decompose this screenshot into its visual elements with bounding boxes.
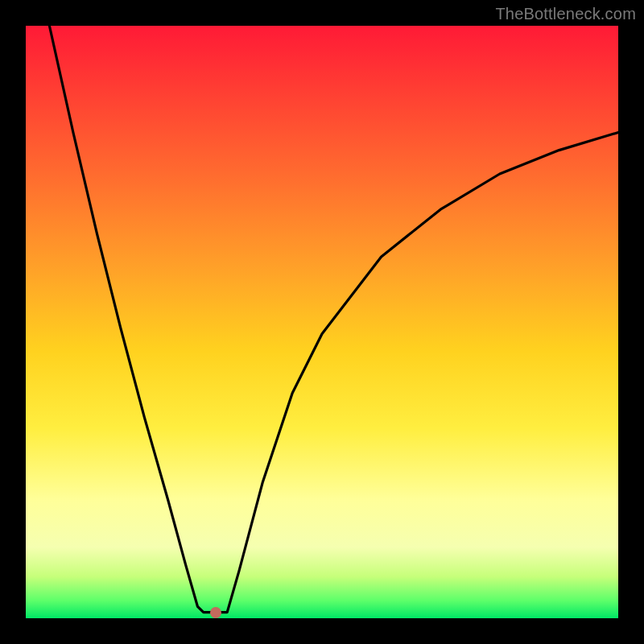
bottleneck-curve — [26, 26, 618, 618]
curve-path — [49, 26, 618, 613]
watermark-text: TheBottleneck.com — [495, 5, 636, 23]
optimum-dot — [210, 607, 221, 618]
plot-area — [26, 26, 618, 618]
chart-frame: TheBottleneck.com — [0, 0, 644, 644]
